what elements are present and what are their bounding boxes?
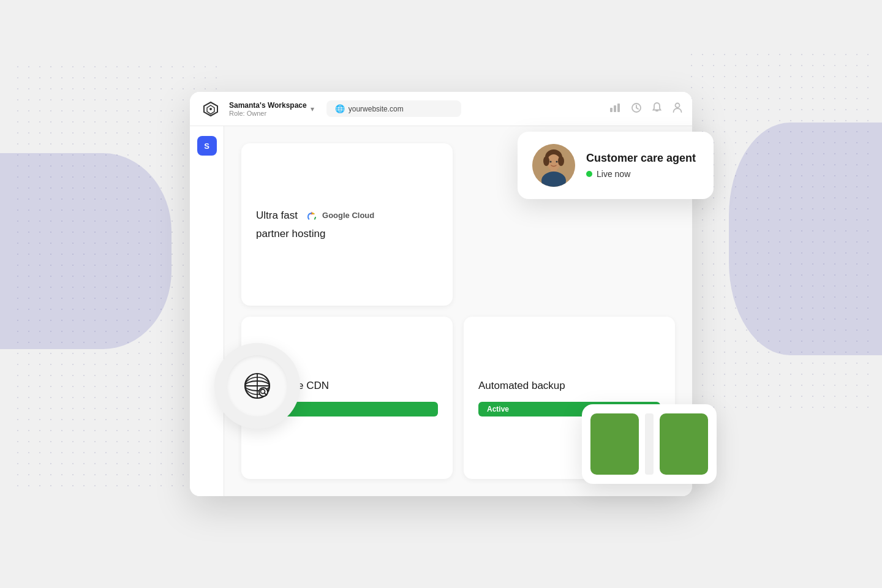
svg-point-18 <box>676 104 680 108</box>
globe-inner <box>227 355 288 417</box>
purple-shape-right <box>729 123 882 355</box>
clock-icon[interactable] <box>631 103 641 115</box>
google-cloud-logo: Google Cloud <box>304 209 374 222</box>
card-title-row: Ultra fast <box>256 208 438 223</box>
google-cloud-text: Google Cloud <box>322 211 374 220</box>
topbar-icons <box>609 102 682 115</box>
url-text: yourwebsite.com <box>349 105 404 113</box>
brand-logo <box>200 98 222 120</box>
backup-title: Automated backup <box>478 380 660 392</box>
customer-care-title: Customer care agent <box>586 152 699 165</box>
workspace-role: Role: Owner <box>229 110 307 117</box>
svg-point-10 <box>209 108 212 110</box>
google-cloud-title-2: partner hosting <box>256 227 438 241</box>
toggle-panel-left <box>590 413 639 475</box>
live-status: Live now <box>597 169 630 179</box>
svg-point-28 <box>556 161 558 163</box>
sidebar-avatar[interactable]: S <box>197 136 217 156</box>
toggle-panel-mid <box>645 413 654 475</box>
svg-line-16 <box>636 108 638 109</box>
browser-topbar: Samanta's Workspace Role: Owner ▾ 🌐 your… <box>190 92 692 126</box>
url-globe-icon: 🌐 <box>335 104 345 113</box>
sidebar: S <box>190 126 224 496</box>
svg-rect-11 <box>610 108 612 112</box>
svg-point-19 <box>309 214 314 219</box>
svg-rect-13 <box>617 104 620 112</box>
workspace-name: Samanta's Workspace <box>229 101 307 110</box>
chart-icon[interactable] <box>609 103 620 115</box>
bell-icon[interactable] <box>652 102 662 115</box>
url-bar[interactable]: 🌐 yourwebsite.com <box>326 100 461 117</box>
live-indicator: Live now <box>586 169 699 179</box>
customer-care-card: Customer care agent Live now <box>518 132 714 199</box>
toggle-panel-right <box>660 413 708 475</box>
chevron-down-icon: ▾ <box>311 105 314 113</box>
svg-point-23 <box>543 156 549 166</box>
scene-wrapper: Samanta's Workspace Role: Owner ▾ 🌐 your… <box>135 49 747 539</box>
purple-shape-left <box>0 153 172 349</box>
user-icon[interactable] <box>673 102 682 115</box>
globe-icon <box>241 370 273 402</box>
google-cloud-title-1: Ultra fast <box>256 208 298 223</box>
live-dot <box>586 171 592 177</box>
svg-point-27 <box>550 161 552 163</box>
google-cloud-card: Ultra fast <box>241 143 453 306</box>
toggle-card[interactable] <box>582 404 717 484</box>
workspace-selector[interactable]: Samanta's Workspace Role: Owner ▾ <box>229 101 314 117</box>
workspace-info: Samanta's Workspace Role: Owner <box>229 101 307 117</box>
svg-point-24 <box>558 156 564 166</box>
customer-info: Customer care agent Live now <box>586 152 699 179</box>
globe-circle <box>214 343 300 429</box>
customer-avatar <box>532 144 575 187</box>
svg-rect-12 <box>614 105 616 112</box>
